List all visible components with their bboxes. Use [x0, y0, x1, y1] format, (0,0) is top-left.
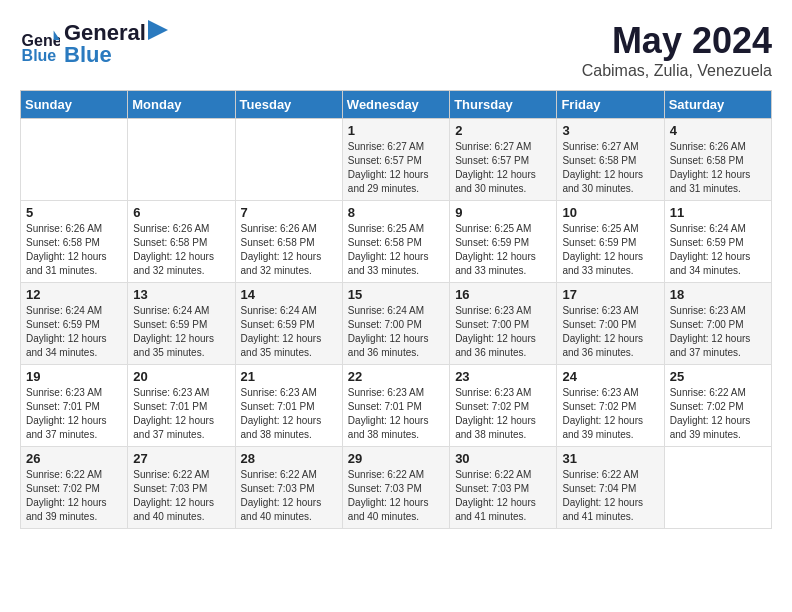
table-row: 4Sunrise: 6:26 AM Sunset: 6:58 PM Daylig… [664, 119, 771, 201]
day-info: Sunrise: 6:23 AM Sunset: 7:02 PM Dayligh… [562, 386, 658, 442]
table-row: 8Sunrise: 6:25 AM Sunset: 6:58 PM Daylig… [342, 201, 449, 283]
table-row: 20Sunrise: 6:23 AM Sunset: 7:01 PM Dayli… [128, 365, 235, 447]
table-row: 13Sunrise: 6:24 AM Sunset: 6:59 PM Dayli… [128, 283, 235, 365]
day-info: Sunrise: 6:26 AM Sunset: 6:58 PM Dayligh… [26, 222, 122, 278]
day-number: 7 [241, 205, 337, 220]
location-subtitle: Cabimas, Zulia, Venezuela [582, 62, 772, 80]
day-info: Sunrise: 6:23 AM Sunset: 7:01 PM Dayligh… [348, 386, 444, 442]
day-number: 19 [26, 369, 122, 384]
calendar-week-row: 12Sunrise: 6:24 AM Sunset: 6:59 PM Dayli… [21, 283, 772, 365]
title-section: May 2024 Cabimas, Zulia, Venezuela [582, 20, 772, 80]
table-row: 23Sunrise: 6:23 AM Sunset: 7:02 PM Dayli… [450, 365, 557, 447]
col-monday: Monday [128, 91, 235, 119]
day-number: 28 [241, 451, 337, 466]
day-info: Sunrise: 6:23 AM Sunset: 7:00 PM Dayligh… [670, 304, 766, 360]
day-info: Sunrise: 6:23 AM Sunset: 7:02 PM Dayligh… [455, 386, 551, 442]
logo-icon: General Blue [20, 24, 60, 64]
day-info: Sunrise: 6:22 AM Sunset: 7:03 PM Dayligh… [455, 468, 551, 524]
day-number: 26 [26, 451, 122, 466]
calendar-week-row: 1Sunrise: 6:27 AM Sunset: 6:57 PM Daylig… [21, 119, 772, 201]
table-row: 1Sunrise: 6:27 AM Sunset: 6:57 PM Daylig… [342, 119, 449, 201]
day-info: Sunrise: 6:26 AM Sunset: 6:58 PM Dayligh… [133, 222, 229, 278]
day-info: Sunrise: 6:24 AM Sunset: 6:59 PM Dayligh… [241, 304, 337, 360]
table-row [664, 447, 771, 529]
table-row: 27Sunrise: 6:22 AM Sunset: 7:03 PM Dayli… [128, 447, 235, 529]
day-number: 3 [562, 123, 658, 138]
col-friday: Friday [557, 91, 664, 119]
day-number: 17 [562, 287, 658, 302]
day-info: Sunrise: 6:22 AM Sunset: 7:03 PM Dayligh… [348, 468, 444, 524]
table-row: 6Sunrise: 6:26 AM Sunset: 6:58 PM Daylig… [128, 201, 235, 283]
table-row: 30Sunrise: 6:22 AM Sunset: 7:03 PM Dayli… [450, 447, 557, 529]
day-info: Sunrise: 6:27 AM Sunset: 6:58 PM Dayligh… [562, 140, 658, 196]
day-info: Sunrise: 6:24 AM Sunset: 6:59 PM Dayligh… [133, 304, 229, 360]
table-row: 25Sunrise: 6:22 AM Sunset: 7:02 PM Dayli… [664, 365, 771, 447]
calendar-week-row: 19Sunrise: 6:23 AM Sunset: 7:01 PM Dayli… [21, 365, 772, 447]
day-number: 12 [26, 287, 122, 302]
table-row: 18Sunrise: 6:23 AM Sunset: 7:00 PM Dayli… [664, 283, 771, 365]
day-info: Sunrise: 6:27 AM Sunset: 6:57 PM Dayligh… [348, 140, 444, 196]
day-number: 14 [241, 287, 337, 302]
table-row: 2Sunrise: 6:27 AM Sunset: 6:57 PM Daylig… [450, 119, 557, 201]
day-info: Sunrise: 6:23 AM Sunset: 7:01 PM Dayligh… [133, 386, 229, 442]
day-number: 2 [455, 123, 551, 138]
table-row [128, 119, 235, 201]
day-number: 10 [562, 205, 658, 220]
calendar-week-row: 26Sunrise: 6:22 AM Sunset: 7:02 PM Dayli… [21, 447, 772, 529]
day-info: Sunrise: 6:22 AM Sunset: 7:04 PM Dayligh… [562, 468, 658, 524]
day-info: Sunrise: 6:23 AM Sunset: 7:00 PM Dayligh… [455, 304, 551, 360]
day-info: Sunrise: 6:26 AM Sunset: 6:58 PM Dayligh… [241, 222, 337, 278]
col-saturday: Saturday [664, 91, 771, 119]
col-thursday: Thursday [450, 91, 557, 119]
col-tuesday: Tuesday [235, 91, 342, 119]
day-info: Sunrise: 6:25 AM Sunset: 6:59 PM Dayligh… [562, 222, 658, 278]
day-number: 23 [455, 369, 551, 384]
day-number: 22 [348, 369, 444, 384]
table-row: 24Sunrise: 6:23 AM Sunset: 7:02 PM Dayli… [557, 365, 664, 447]
day-info: Sunrise: 6:24 AM Sunset: 6:59 PM Dayligh… [26, 304, 122, 360]
day-number: 5 [26, 205, 122, 220]
table-row [21, 119, 128, 201]
day-number: 8 [348, 205, 444, 220]
day-info: Sunrise: 6:23 AM Sunset: 7:00 PM Dayligh… [562, 304, 658, 360]
day-info: Sunrise: 6:23 AM Sunset: 7:01 PM Dayligh… [26, 386, 122, 442]
day-info: Sunrise: 6:25 AM Sunset: 6:58 PM Dayligh… [348, 222, 444, 278]
logo: General Blue General Blue [20, 20, 170, 68]
day-number: 20 [133, 369, 229, 384]
svg-marker-3 [148, 20, 168, 40]
day-info: Sunrise: 6:25 AM Sunset: 6:59 PM Dayligh… [455, 222, 551, 278]
table-row: 15Sunrise: 6:24 AM Sunset: 7:00 PM Dayli… [342, 283, 449, 365]
day-info: Sunrise: 6:23 AM Sunset: 7:01 PM Dayligh… [241, 386, 337, 442]
day-info: Sunrise: 6:22 AM Sunset: 7:03 PM Dayligh… [133, 468, 229, 524]
day-number: 13 [133, 287, 229, 302]
logo-arrow-icon [148, 20, 168, 40]
day-number: 25 [670, 369, 766, 384]
day-number: 21 [241, 369, 337, 384]
table-row: 16Sunrise: 6:23 AM Sunset: 7:00 PM Dayli… [450, 283, 557, 365]
table-row: 17Sunrise: 6:23 AM Sunset: 7:00 PM Dayli… [557, 283, 664, 365]
day-info: Sunrise: 6:27 AM Sunset: 6:57 PM Dayligh… [455, 140, 551, 196]
table-row: 9Sunrise: 6:25 AM Sunset: 6:59 PM Daylig… [450, 201, 557, 283]
day-number: 29 [348, 451, 444, 466]
svg-text:Blue: Blue [22, 47, 57, 64]
month-year-title: May 2024 [582, 20, 772, 62]
table-row: 19Sunrise: 6:23 AM Sunset: 7:01 PM Dayli… [21, 365, 128, 447]
day-info: Sunrise: 6:24 AM Sunset: 7:00 PM Dayligh… [348, 304, 444, 360]
day-number: 1 [348, 123, 444, 138]
table-row: 5Sunrise: 6:26 AM Sunset: 6:58 PM Daylig… [21, 201, 128, 283]
table-row: 28Sunrise: 6:22 AM Sunset: 7:03 PM Dayli… [235, 447, 342, 529]
day-info: Sunrise: 6:24 AM Sunset: 6:59 PM Dayligh… [670, 222, 766, 278]
table-row: 14Sunrise: 6:24 AM Sunset: 6:59 PM Dayli… [235, 283, 342, 365]
table-row: 7Sunrise: 6:26 AM Sunset: 6:58 PM Daylig… [235, 201, 342, 283]
calendar-week-row: 5Sunrise: 6:26 AM Sunset: 6:58 PM Daylig… [21, 201, 772, 283]
day-number: 15 [348, 287, 444, 302]
day-info: Sunrise: 6:26 AM Sunset: 6:58 PM Dayligh… [670, 140, 766, 196]
day-number: 16 [455, 287, 551, 302]
day-number: 9 [455, 205, 551, 220]
table-row [235, 119, 342, 201]
table-row: 21Sunrise: 6:23 AM Sunset: 7:01 PM Dayli… [235, 365, 342, 447]
table-row: 22Sunrise: 6:23 AM Sunset: 7:01 PM Dayli… [342, 365, 449, 447]
col-sunday: Sunday [21, 91, 128, 119]
day-number: 31 [562, 451, 658, 466]
day-info: Sunrise: 6:22 AM Sunset: 7:03 PM Dayligh… [241, 468, 337, 524]
